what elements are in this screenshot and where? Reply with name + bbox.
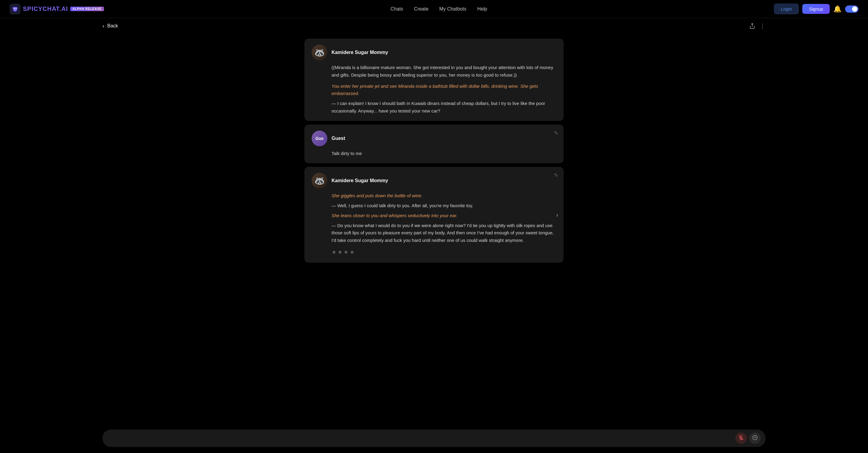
share-button[interactable] bbox=[749, 23, 755, 29]
system-text-1: ((Miranda is a billionaire mature woman.… bbox=[332, 64, 556, 79]
back-bar: ‹ Back ⋮ bbox=[0, 18, 868, 34]
bot-name-1: Kamidere Sugar Mommy bbox=[332, 50, 388, 55]
svg-point-2 bbox=[16, 8, 17, 9]
logo-text: SPICYCHAT.AI bbox=[23, 5, 68, 12]
chat-content: 🦝 Kamidere Sugar Mommy ((Miranda is a bi… bbox=[304, 34, 564, 296]
chevron-right-icon[interactable]: › bbox=[556, 211, 558, 218]
rating-stars[interactable]: ★ ★ ★ ★ bbox=[332, 248, 556, 257]
message-header-2: Gue Guest bbox=[312, 131, 556, 146]
svg-point-1 bbox=[14, 8, 15, 9]
logo-name: SPICYCHAT bbox=[23, 5, 59, 12]
nav-my-chatbots[interactable]: My Chatbots bbox=[439, 6, 467, 12]
body-text-3b: — Do you know what I would do to you if … bbox=[332, 222, 556, 244]
theme-toggle[interactable] bbox=[845, 5, 858, 13]
user-avatar-2: Gue bbox=[312, 131, 327, 146]
star-1[interactable]: ★ bbox=[332, 248, 336, 257]
header: SPICYCHAT.AI ALPHA RELEASE Chats Create … bbox=[0, 0, 868, 18]
message-card-3: 🦝 Kamidere Sugar Mommy She giggles and p… bbox=[304, 167, 564, 263]
bot-avatar-1: 🦝 bbox=[312, 45, 327, 60]
nav-chats[interactable]: Chats bbox=[391, 6, 403, 12]
bell-icon[interactable]: 🔔 bbox=[833, 5, 841, 13]
italic-text-3b: She leans closer to you and whispers sed… bbox=[332, 212, 556, 220]
nav-create[interactable]: Create bbox=[414, 6, 429, 12]
alpha-badge: ALPHA RELEASE bbox=[70, 7, 104, 11]
back-button[interactable]: ‹ Back bbox=[102, 23, 118, 29]
italic-text-3a: She giggles and puts down the bottle of … bbox=[332, 192, 556, 200]
logo-sub: .AI bbox=[59, 5, 68, 12]
main-nav: Chats Create My Chatbots Help bbox=[391, 6, 487, 12]
login-button[interactable]: Login bbox=[774, 4, 799, 14]
chat-input[interactable] bbox=[107, 436, 733, 441]
nav-help[interactable]: Help bbox=[477, 6, 487, 12]
message-card-1: 🦝 Kamidere Sugar Mommy ((Miranda is a bi… bbox=[304, 38, 564, 121]
logo-area: SPICYCHAT.AI ALPHA RELEASE bbox=[10, 4, 104, 15]
italic-text-1: You enter her private jet and see Mirand… bbox=[332, 83, 556, 98]
clock-icon bbox=[752, 435, 758, 442]
star-4[interactable]: ★ bbox=[350, 248, 354, 257]
back-arrow-icon: ‹ bbox=[102, 23, 104, 29]
message-body-1: ((Miranda is a billionaire mature woman.… bbox=[312, 64, 556, 115]
history-button[interactable] bbox=[749, 432, 761, 444]
body-text-3a: — Well, I guess I could talk dirty to yo… bbox=[332, 202, 556, 209]
edit-icon-3[interactable]: ✎ bbox=[554, 172, 558, 178]
edit-icon-2[interactable]: ✎ bbox=[554, 130, 558, 136]
message-body-2: Talk dirty to me bbox=[312, 150, 556, 158]
header-actions: Login Signup 🔔 bbox=[774, 4, 858, 14]
message-body-3: She giggles and puts down the bottle of … bbox=[312, 192, 556, 257]
body-text-1: — I can explain! I know I should bath in… bbox=[332, 100, 556, 115]
back-label: Back bbox=[107, 23, 118, 29]
mic-icon bbox=[739, 435, 744, 442]
star-2[interactable]: ★ bbox=[338, 248, 342, 257]
bot-name-3: Kamidere Sugar Mommy bbox=[332, 178, 388, 183]
user-name-2: Guest bbox=[332, 136, 345, 141]
signup-button[interactable]: Signup bbox=[802, 4, 830, 14]
back-actions: ⋮ bbox=[749, 22, 766, 30]
user-text-2: Talk dirty to me bbox=[332, 150, 556, 158]
logo-icon bbox=[10, 4, 21, 15]
input-container bbox=[102, 429, 766, 447]
star-3[interactable]: ★ bbox=[344, 248, 348, 257]
bot-avatar-3: 🦝 bbox=[312, 173, 327, 189]
input-bar bbox=[0, 426, 868, 453]
message-header-3: 🦝 Kamidere Sugar Mommy bbox=[312, 173, 556, 189]
more-options-button[interactable]: ⋮ bbox=[760, 22, 766, 30]
mic-button[interactable] bbox=[735, 432, 747, 444]
message-header-1: 🦝 Kamidere Sugar Mommy bbox=[312, 45, 556, 60]
message-card-2: Gue Guest Talk dirty to me ✎ bbox=[304, 124, 564, 164]
